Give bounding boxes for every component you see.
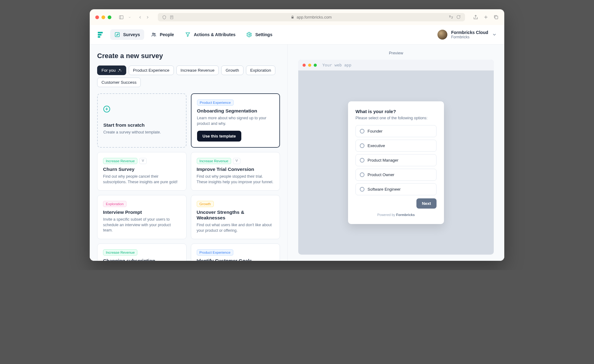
preview-window: Your web app What is your role? Please s… — [298, 60, 494, 255]
chevron-down-icon — [492, 32, 497, 37]
split-icon — [139, 158, 147, 164]
card-desc: Find out what users like and don't like … — [197, 222, 274, 233]
chevron-down-icon[interactable] — [128, 15, 131, 20]
card-title: Interview Prompt — [103, 210, 181, 215]
radio-icon — [360, 143, 364, 148]
sidebar-icon[interactable] — [119, 15, 124, 20]
template-card[interactable]: Increase RevenueChanging subscription ex… — [97, 243, 187, 261]
back-icon[interactable] — [138, 15, 142, 19]
browser-window: app.formbricks.com Surveys People — [90, 9, 504, 261]
category-badge: Product Experience — [197, 249, 233, 256]
minimize-window-icon[interactable] — [101, 15, 105, 19]
split-icon — [233, 158, 240, 164]
filter-growth[interactable]: Growth — [221, 66, 243, 75]
right-panel: Preview Your web app What is your role? … — [288, 44, 504, 261]
lock-icon — [291, 15, 294, 19]
people-icon — [151, 32, 157, 37]
svg-point-12 — [153, 33, 154, 35]
radio-icon — [360, 187, 364, 192]
translate-icon[interactable] — [449, 15, 453, 19]
gear-icon — [247, 32, 252, 37]
survey-option[interactable]: Founder — [355, 125, 437, 137]
left-panel: Create a new survey For you Product Expe… — [90, 44, 288, 261]
category-badge: Increase Revenue — [103, 158, 137, 164]
filter-exploration[interactable]: Exploration — [246, 66, 276, 75]
card-title: Improve Trial Conversion — [197, 167, 274, 172]
survey-option[interactable]: Executive — [355, 140, 437, 152]
edit-icon — [114, 32, 120, 37]
option-label: Software Engineer — [368, 187, 401, 192]
radio-icon — [360, 129, 364, 133]
template-card[interactable]: Product ExperienceIdentify Customer Goal… — [191, 243, 280, 261]
start-from-scratch-card[interactable]: + Start from scratch Create a survey wit… — [97, 93, 187, 148]
svg-rect-8 — [98, 32, 103, 33]
survey-option[interactable]: Product Manager — [355, 154, 437, 166]
category-badge: Increase Revenue — [197, 158, 231, 164]
url-text: app.formbricks.com — [297, 15, 332, 19]
browser-nav-arrows — [138, 15, 150, 19]
nav-actions[interactable]: Actions & Attributes — [181, 29, 240, 40]
powered-by[interactable]: Powered by Formbricks — [355, 213, 437, 217]
browser-titlebar: app.formbricks.com — [90, 9, 504, 25]
template-card[interactable]: Increase RevenueImprove Trial Conversion… — [191, 152, 280, 191]
refresh-icon[interactable] — [456, 15, 461, 19]
forward-icon[interactable] — [145, 15, 150, 19]
filter-customer-success[interactable]: Customer Success — [97, 78, 141, 87]
card-title: Uncover Strengths & Weaknesses — [197, 210, 274, 221]
maximize-window-icon[interactable] — [108, 15, 111, 19]
sidebar-toggle-group — [119, 15, 131, 20]
plus-icon: + — [103, 106, 110, 112]
url-bar[interactable]: app.formbricks.com — [158, 13, 465, 21]
next-button[interactable]: Next — [416, 198, 437, 209]
card-desc: Find out why people cancel their subscri… — [103, 174, 181, 185]
new-tab-icon[interactable] — [483, 15, 489, 20]
logo-icon[interactable] — [97, 31, 105, 38]
nav-people[interactable]: People — [147, 29, 178, 40]
category-badge: Growth — [197, 201, 214, 207]
use-template-button[interactable]: Use this template — [197, 131, 242, 142]
category-badge: Exploration — [103, 201, 127, 207]
svg-rect-0 — [119, 15, 123, 19]
close-window-icon[interactable] — [95, 15, 99, 19]
svg-rect-10 — [98, 36, 100, 38]
category-badge: Product Experience — [197, 99, 234, 106]
option-label: Executive — [368, 143, 385, 148]
avatar — [437, 30, 447, 40]
traffic-lights — [95, 15, 111, 19]
filter-icon — [185, 32, 191, 37]
titlebar-right — [473, 15, 499, 20]
card-title: Churn Survey — [103, 167, 181, 172]
top-nav: Surveys People Actions & Attributes Sett… — [90, 25, 504, 44]
filter-for-you[interactable]: For you — [97, 66, 126, 75]
card-title: Start from scratch — [103, 122, 180, 128]
preview-label: Preview — [298, 51, 494, 55]
shield-icon — [162, 15, 166, 19]
svg-rect-7 — [495, 16, 498, 19]
account-menu[interactable]: Formbricks Cloud Formbricks — [437, 30, 497, 40]
filter-increase-revenue[interactable]: Increase Revenue — [176, 66, 219, 75]
survey-option[interactable]: Product Owner — [355, 169, 437, 181]
filter-row: For you Product Experience Increase Reve… — [97, 66, 280, 87]
filter-product-experience[interactable]: Product Experience — [129, 66, 174, 75]
maximize-icon — [314, 64, 317, 67]
preview-titlebar: Your web app — [298, 60, 494, 70]
preview-body: What is your role? Please select one of … — [298, 70, 494, 255]
survey-option[interactable]: Software Engineer — [355, 183, 437, 195]
nav-settings[interactable]: Settings — [242, 29, 277, 40]
template-card[interactable]: Increase RevenueChurn SurveyFind out why… — [97, 152, 187, 191]
nav-surveys[interactable]: Surveys — [110, 29, 144, 40]
template-card-selected[interactable]: Product Experience Onboarding Segmentati… — [191, 93, 280, 148]
nav-label: Actions & Attributes — [194, 32, 235, 37]
card-title: Onboarding Segmentation — [197, 108, 274, 114]
template-card[interactable]: ExplorationInterview PromptInvite a spec… — [97, 195, 187, 239]
svg-rect-9 — [98, 34, 101, 36]
page-title: Create a new survey — [97, 52, 280, 60]
tabs-icon[interactable] — [493, 15, 499, 20]
template-card[interactable]: GrowthUncover Strengths & WeaknessesFind… — [191, 195, 280, 239]
radio-icon — [360, 172, 364, 177]
share-icon[interactable] — [473, 15, 478, 20]
radio-icon — [360, 158, 364, 163]
account-org: Formbricks — [451, 35, 488, 39]
account-name: Formbricks Cloud — [451, 30, 488, 35]
card-title: Identify Customer Goals — [197, 258, 274, 261]
